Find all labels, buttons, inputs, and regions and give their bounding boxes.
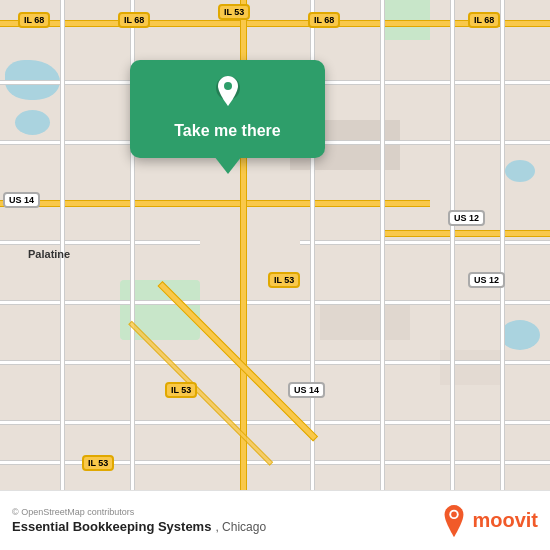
moovit-logo: moovit [440, 505, 538, 537]
highway-label-il53-3: IL 53 [165, 382, 197, 398]
road-v4 [380, 0, 385, 490]
road-h5 [0, 300, 550, 305]
popup-card: Take me there [130, 60, 325, 158]
bottom-bar: © OpenStreetMap contributors Essential B… [0, 490, 550, 550]
svg-point-1 [224, 82, 232, 90]
map-view: IL 68 IL 68 IL 68 IL 68 IL 53 IL 53 IL 5… [0, 0, 550, 490]
highway-label-us14-2: US 14 [288, 382, 325, 398]
moovit-brand-text: moovit [472, 509, 538, 532]
road-v6 [500, 0, 505, 490]
location-pin-icon [207, 72, 249, 114]
water-body-2 [15, 110, 50, 135]
highway-label-il68-2: IL 68 [118, 12, 150, 28]
svg-point-3 [452, 511, 458, 517]
bottom-bar-info: © OpenStreetMap contributors Essential B… [12, 507, 440, 534]
road-v1 [60, 0, 65, 490]
urban-block-3 [440, 350, 500, 385]
place-label-palatine: Palatine [28, 248, 70, 260]
map-attribution: © OpenStreetMap contributors [12, 507, 440, 517]
take-me-there-button[interactable]: Take me there [174, 122, 280, 140]
moovit-pin-icon [440, 505, 468, 537]
business-name: Essential Bookkeeping Systems [12, 519, 211, 534]
highway-label-il53-2: IL 53 [268, 272, 300, 288]
road-h4 [300, 240, 550, 245]
highway-label-il68-1: IL 68 [18, 12, 50, 28]
urban-block-2 [320, 300, 410, 340]
road-h3 [0, 240, 200, 245]
water-body-4 [505, 160, 535, 182]
business-location: , Chicago [215, 520, 266, 534]
highway-label-us12-2: US 12 [468, 272, 505, 288]
highway-label-us14-1: US 14 [3, 192, 40, 208]
road-h7 [0, 420, 550, 425]
highway-label-il53-4: IL 53 [82, 455, 114, 471]
highway-label-il53-1: IL 53 [218, 4, 250, 20]
highway-label-il68-4: IL 68 [468, 12, 500, 28]
road-us12-h [380, 230, 550, 237]
road-v5 [450, 0, 455, 490]
highway-label-us12-1: US 12 [448, 210, 485, 226]
business-info: Essential Bookkeeping Systems , Chicago [12, 517, 440, 534]
highway-label-il68-3: IL 68 [308, 12, 340, 28]
road-h6 [0, 360, 550, 365]
water-body-3 [500, 320, 540, 350]
